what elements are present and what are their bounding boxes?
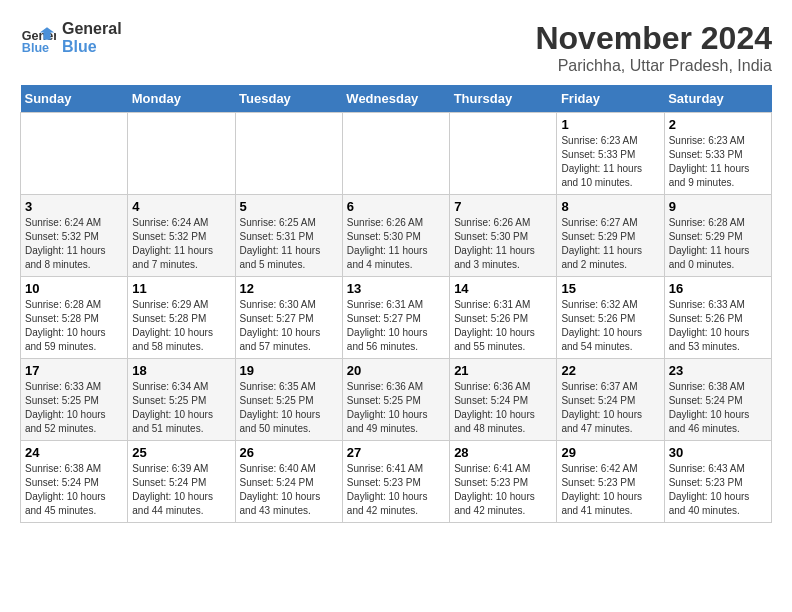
- day-cell: 29Sunrise: 6:42 AM Sunset: 5:23 PM Dayli…: [557, 441, 664, 523]
- day-cell: 20Sunrise: 6:36 AM Sunset: 5:25 PM Dayli…: [342, 359, 449, 441]
- day-number: 10: [25, 281, 123, 296]
- day-cell: 13Sunrise: 6:31 AM Sunset: 5:27 PM Dayli…: [342, 277, 449, 359]
- month-title: November 2024: [535, 20, 772, 57]
- day-cell: 15Sunrise: 6:32 AM Sunset: 5:26 PM Dayli…: [557, 277, 664, 359]
- day-info: Sunrise: 6:36 AM Sunset: 5:25 PM Dayligh…: [347, 380, 445, 436]
- day-info: Sunrise: 6:23 AM Sunset: 5:33 PM Dayligh…: [561, 134, 659, 190]
- day-number: 6: [347, 199, 445, 214]
- day-number: 8: [561, 199, 659, 214]
- day-number: 29: [561, 445, 659, 460]
- day-info: Sunrise: 6:30 AM Sunset: 5:27 PM Dayligh…: [240, 298, 338, 354]
- day-number: 25: [132, 445, 230, 460]
- day-info: Sunrise: 6:41 AM Sunset: 5:23 PM Dayligh…: [454, 462, 552, 518]
- day-number: 7: [454, 199, 552, 214]
- day-info: Sunrise: 6:23 AM Sunset: 5:33 PM Dayligh…: [669, 134, 767, 190]
- day-number: 20: [347, 363, 445, 378]
- logo-general: General: [62, 20, 122, 38]
- day-number: 4: [132, 199, 230, 214]
- day-info: Sunrise: 6:26 AM Sunset: 5:30 PM Dayligh…: [454, 216, 552, 272]
- day-cell: 19Sunrise: 6:35 AM Sunset: 5:25 PM Dayli…: [235, 359, 342, 441]
- weekday-header-row: SundayMondayTuesdayWednesdayThursdayFrid…: [21, 85, 772, 113]
- day-info: Sunrise: 6:38 AM Sunset: 5:24 PM Dayligh…: [25, 462, 123, 518]
- day-cell: [128, 113, 235, 195]
- week-row-2: 3Sunrise: 6:24 AM Sunset: 5:32 PM Daylig…: [21, 195, 772, 277]
- day-cell: 30Sunrise: 6:43 AM Sunset: 5:23 PM Dayli…: [664, 441, 771, 523]
- day-info: Sunrise: 6:32 AM Sunset: 5:26 PM Dayligh…: [561, 298, 659, 354]
- day-info: Sunrise: 6:33 AM Sunset: 5:25 PM Dayligh…: [25, 380, 123, 436]
- day-info: Sunrise: 6:33 AM Sunset: 5:26 PM Dayligh…: [669, 298, 767, 354]
- day-number: 28: [454, 445, 552, 460]
- day-info: Sunrise: 6:24 AM Sunset: 5:32 PM Dayligh…: [25, 216, 123, 272]
- day-cell: 23Sunrise: 6:38 AM Sunset: 5:24 PM Dayli…: [664, 359, 771, 441]
- day-info: Sunrise: 6:35 AM Sunset: 5:25 PM Dayligh…: [240, 380, 338, 436]
- weekday-header-thursday: Thursday: [450, 85, 557, 113]
- weekday-header-friday: Friday: [557, 85, 664, 113]
- day-info: Sunrise: 6:37 AM Sunset: 5:24 PM Dayligh…: [561, 380, 659, 436]
- header: General Blue General Blue November 2024 …: [20, 20, 772, 75]
- logo: General Blue General Blue: [20, 20, 122, 56]
- day-cell: 11Sunrise: 6:29 AM Sunset: 5:28 PM Dayli…: [128, 277, 235, 359]
- day-cell: 21Sunrise: 6:36 AM Sunset: 5:24 PM Dayli…: [450, 359, 557, 441]
- day-cell: 27Sunrise: 6:41 AM Sunset: 5:23 PM Dayli…: [342, 441, 449, 523]
- day-number: 26: [240, 445, 338, 460]
- day-number: 21: [454, 363, 552, 378]
- day-cell: 10Sunrise: 6:28 AM Sunset: 5:28 PM Dayli…: [21, 277, 128, 359]
- day-cell: 12Sunrise: 6:30 AM Sunset: 5:27 PM Dayli…: [235, 277, 342, 359]
- day-cell: 26Sunrise: 6:40 AM Sunset: 5:24 PM Dayli…: [235, 441, 342, 523]
- day-number: 13: [347, 281, 445, 296]
- day-info: Sunrise: 6:39 AM Sunset: 5:24 PM Dayligh…: [132, 462, 230, 518]
- day-cell: 17Sunrise: 6:33 AM Sunset: 5:25 PM Dayli…: [21, 359, 128, 441]
- weekday-header-saturday: Saturday: [664, 85, 771, 113]
- day-number: 14: [454, 281, 552, 296]
- day-number: 23: [669, 363, 767, 378]
- day-info: Sunrise: 6:41 AM Sunset: 5:23 PM Dayligh…: [347, 462, 445, 518]
- day-cell: 6Sunrise: 6:26 AM Sunset: 5:30 PM Daylig…: [342, 195, 449, 277]
- day-number: 17: [25, 363, 123, 378]
- week-row-4: 17Sunrise: 6:33 AM Sunset: 5:25 PM Dayli…: [21, 359, 772, 441]
- day-cell: 9Sunrise: 6:28 AM Sunset: 5:29 PM Daylig…: [664, 195, 771, 277]
- day-cell: 16Sunrise: 6:33 AM Sunset: 5:26 PM Dayli…: [664, 277, 771, 359]
- day-number: 3: [25, 199, 123, 214]
- day-info: Sunrise: 6:42 AM Sunset: 5:23 PM Dayligh…: [561, 462, 659, 518]
- day-number: 1: [561, 117, 659, 132]
- day-number: 2: [669, 117, 767, 132]
- day-number: 16: [669, 281, 767, 296]
- day-info: Sunrise: 6:24 AM Sunset: 5:32 PM Dayligh…: [132, 216, 230, 272]
- day-cell: 7Sunrise: 6:26 AM Sunset: 5:30 PM Daylig…: [450, 195, 557, 277]
- location-title: Parichha, Uttar Pradesh, India: [535, 57, 772, 75]
- day-cell: 24Sunrise: 6:38 AM Sunset: 5:24 PM Dayli…: [21, 441, 128, 523]
- day-cell: 3Sunrise: 6:24 AM Sunset: 5:32 PM Daylig…: [21, 195, 128, 277]
- day-cell: [342, 113, 449, 195]
- day-cell: 25Sunrise: 6:39 AM Sunset: 5:24 PM Dayli…: [128, 441, 235, 523]
- day-number: 5: [240, 199, 338, 214]
- day-number: 27: [347, 445, 445, 460]
- day-number: 9: [669, 199, 767, 214]
- logo-icon: General Blue: [20, 20, 56, 56]
- day-cell: 28Sunrise: 6:41 AM Sunset: 5:23 PM Dayli…: [450, 441, 557, 523]
- day-info: Sunrise: 6:31 AM Sunset: 5:26 PM Dayligh…: [454, 298, 552, 354]
- weekday-header-sunday: Sunday: [21, 85, 128, 113]
- day-info: Sunrise: 6:31 AM Sunset: 5:27 PM Dayligh…: [347, 298, 445, 354]
- day-cell: 8Sunrise: 6:27 AM Sunset: 5:29 PM Daylig…: [557, 195, 664, 277]
- svg-text:Blue: Blue: [22, 41, 49, 55]
- day-cell: 1Sunrise: 6:23 AM Sunset: 5:33 PM Daylig…: [557, 113, 664, 195]
- title-area: November 2024 Parichha, Uttar Pradesh, I…: [535, 20, 772, 75]
- day-info: Sunrise: 6:28 AM Sunset: 5:29 PM Dayligh…: [669, 216, 767, 272]
- weekday-header-wednesday: Wednesday: [342, 85, 449, 113]
- day-number: 22: [561, 363, 659, 378]
- week-row-1: 1Sunrise: 6:23 AM Sunset: 5:33 PM Daylig…: [21, 113, 772, 195]
- day-info: Sunrise: 6:28 AM Sunset: 5:28 PM Dayligh…: [25, 298, 123, 354]
- day-info: Sunrise: 6:27 AM Sunset: 5:29 PM Dayligh…: [561, 216, 659, 272]
- weekday-header-monday: Monday: [128, 85, 235, 113]
- day-number: 30: [669, 445, 767, 460]
- day-info: Sunrise: 6:38 AM Sunset: 5:24 PM Dayligh…: [669, 380, 767, 436]
- week-row-5: 24Sunrise: 6:38 AM Sunset: 5:24 PM Dayli…: [21, 441, 772, 523]
- calendar-table: SundayMondayTuesdayWednesdayThursdayFrid…: [20, 85, 772, 523]
- day-cell: [21, 113, 128, 195]
- day-info: Sunrise: 6:40 AM Sunset: 5:24 PM Dayligh…: [240, 462, 338, 518]
- day-cell: 22Sunrise: 6:37 AM Sunset: 5:24 PM Dayli…: [557, 359, 664, 441]
- day-info: Sunrise: 6:36 AM Sunset: 5:24 PM Dayligh…: [454, 380, 552, 436]
- day-cell: 2Sunrise: 6:23 AM Sunset: 5:33 PM Daylig…: [664, 113, 771, 195]
- day-info: Sunrise: 6:34 AM Sunset: 5:25 PM Dayligh…: [132, 380, 230, 436]
- day-number: 12: [240, 281, 338, 296]
